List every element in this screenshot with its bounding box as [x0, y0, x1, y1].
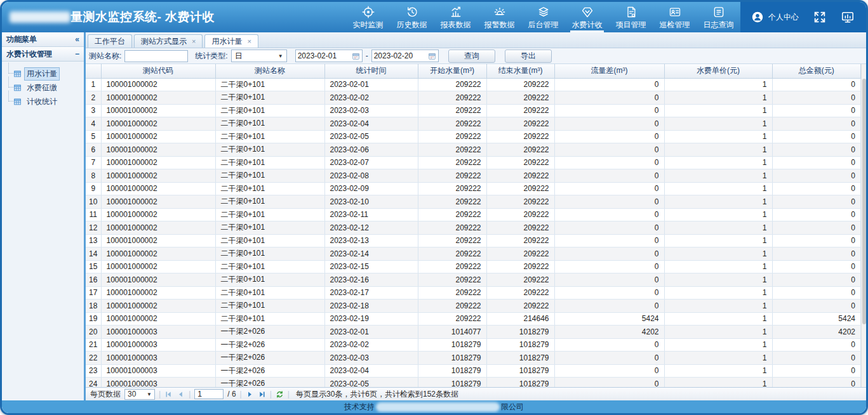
history-icon	[406, 6, 418, 18]
nav-item-project-doc[interactable]: 项目管理	[609, 2, 653, 32]
stat-type-select[interactable]: 日 ▼	[231, 49, 287, 62]
nav-item-id-card[interactable]: 巡检管理	[653, 2, 697, 32]
table-row[interactable]: 9100001000002二干渠0+1012023-02-09209222209…	[86, 182, 861, 195]
table-cell: 100001000003	[101, 352, 215, 365]
table-row[interactable]: 18100001000002二干渠0+1012023-02-1820922220…	[86, 300, 861, 313]
table-cell: 二干渠0+101	[215, 91, 324, 105]
table-row[interactable]: 22100001000003一干渠2+0262023-02-0310182791…	[86, 352, 861, 365]
table-row[interactable]: 24100001000003一干渠2+0262023-02-0510182791…	[86, 378, 861, 388]
sidebar-item-用水计量[interactable]: 用水计量	[4, 67, 82, 81]
nav-item-report-chart[interactable]: 报表数据	[434, 2, 477, 32]
table-cell: 214646	[486, 312, 554, 326]
refresh-icon[interactable]	[276, 390, 284, 399]
scrollbar-thumb[interactable]	[862, 79, 866, 324]
nav-item-layers[interactable]: 后台管理	[521, 2, 565, 32]
calendar-icon[interactable]	[428, 52, 436, 60]
content-row: 功能菜单 « 水费计收管理 − 用水计量水费征缴计收统计 工作平台测站方式显示×…	[2, 32, 866, 400]
nav-item-log-doc[interactable]: 日志查询	[697, 2, 740, 32]
table-row[interactable]: 7100001000002二干渠0+1012023-02-07209222209…	[86, 156, 861, 169]
table-row[interactable]: 4100001000002二干渠0+1012023-02-04209222209…	[86, 117, 861, 131]
tab-测站方式显示[interactable]: 测站方式显示×	[134, 34, 203, 48]
sidebar-section-header[interactable]: 水费计收管理 −	[2, 47, 84, 62]
table-cell: 0	[554, 364, 664, 378]
tab-用水计量[interactable]: 用水计量×	[204, 34, 258, 48]
table-cell: 0	[772, 234, 861, 247]
query-button[interactable]: 查询	[448, 49, 495, 63]
per-page-select[interactable]: 30 ▼	[124, 389, 155, 400]
table-cell: 0	[554, 91, 664, 105]
nav-item-alarm[interactable]: 报警数据	[477, 2, 521, 32]
column-header[interactable]: 结束水量(m³)	[486, 64, 554, 78]
table-cell: 100001000002	[101, 91, 215, 105]
table-row[interactable]: 20100001000003一干渠2+0262023-02-0110140771…	[86, 326, 861, 339]
station-name-input[interactable]	[124, 50, 188, 62]
close-icon[interactable]: ×	[192, 38, 196, 45]
column-header[interactable]: 水费单价(元)	[664, 64, 772, 78]
table-row[interactable]: 5100001000002二干渠0+1012023-02-05209222209…	[86, 130, 861, 143]
footer-bar: 技术支持 限公司	[2, 400, 866, 413]
table-row[interactable]: 12100001000002二干渠0+1012023-02-1220922220…	[86, 221, 861, 235]
vertical-scrollbar[interactable]	[861, 64, 866, 387]
export-button[interactable]: 导出	[505, 49, 552, 63]
target-icon	[362, 6, 375, 18]
nav-item-label: 报警数据	[484, 20, 515, 30]
table-row[interactable]: 16100001000002二干渠0+1012023-02-1620922220…	[86, 273, 861, 287]
close-icon[interactable]: ×	[247, 38, 251, 45]
calendar-icon[interactable]	[352, 52, 360, 60]
user-center-button[interactable]: 个人中心	[751, 10, 799, 24]
table-cell: 209222	[486, 286, 554, 300]
table-row[interactable]: 2100001000002二干渠0+1012023-02-02209222209…	[86, 91, 861, 105]
row-index-cell: 12	[86, 221, 101, 235]
table-cell: 209222	[486, 260, 554, 273]
fullscreen-icon[interactable]	[813, 10, 827, 24]
table-row[interactable]: 13100001000002二干渠0+1012023-02-1320922220…	[86, 234, 861, 247]
first-page-icon[interactable]	[164, 390, 173, 399]
table-row[interactable]: 6100001000002二干渠0+1012023-02-06209222209…	[86, 143, 861, 157]
table-cell: 0	[554, 143, 664, 157]
monitor-chart-icon[interactable]	[841, 10, 855, 24]
nav-item-diamond-check[interactable]: 水费计收	[565, 2, 609, 32]
table-cell: 209222	[486, 221, 554, 235]
table-row[interactable]: 3100001000002二干渠0+1012023-02-03209222209…	[86, 104, 861, 117]
table-cell: 0	[554, 182, 664, 195]
table-row[interactable]: 8100001000002二干渠0+1012023-02-08209222209…	[86, 169, 861, 183]
table-row[interactable]: 21100001000003一干渠2+0262023-02-0210182791…	[86, 338, 861, 352]
date-to-input[interactable]: 2023-02-20	[371, 49, 439, 62]
row-index-cell: 22	[86, 352, 101, 365]
date-to-value: 2023-02-20	[374, 51, 413, 60]
column-header[interactable]: 开始水量(m³)	[418, 64, 486, 78]
sidebar-item-水费征缴[interactable]: 水费征缴	[4, 81, 82, 95]
date-from-input[interactable]: 2023-02-01	[295, 49, 363, 62]
table-cell: 2023-02-05	[324, 130, 418, 143]
column-header[interactable]: 测站代码	[101, 64, 215, 78]
sidebar-collapse-icon[interactable]: «	[75, 35, 79, 44]
column-header[interactable]: 总金额(元)	[772, 64, 861, 78]
column-header[interactable]: 流量差(m³)	[554, 64, 664, 78]
row-index-cell: 18	[86, 300, 101, 313]
table-row[interactable]: 1100001000002二干渠0+1012023-02-01209222209…	[86, 78, 861, 91]
table-row[interactable]: 17100001000002二干渠0+1012023-02-1720922220…	[86, 286, 861, 300]
nav-item-target[interactable]: 实时监测	[346, 2, 390, 32]
column-header[interactable]: 统计时间	[324, 64, 418, 78]
column-header[interactable]: 测站名称	[215, 64, 324, 78]
table-row[interactable]: 10100001000002二干渠0+1012023-02-1020922220…	[86, 195, 861, 209]
sidebar-item-计收统计[interactable]: 计收统计	[4, 95, 82, 109]
last-page-icon[interactable]	[258, 390, 266, 399]
table-row[interactable]: 14100001000002二干渠0+1012023-02-1420922220…	[86, 247, 861, 261]
table-cell: 0	[554, 234, 664, 247]
nav-item-history[interactable]: 历史数据	[390, 2, 434, 32]
sidebar-item-label: 用水计量	[24, 67, 60, 81]
id-card-icon	[669, 6, 681, 18]
page-number-input[interactable]	[194, 389, 224, 399]
next-page-icon[interactable]	[246, 390, 254, 399]
tab-工作平台[interactable]: 工作平台	[88, 34, 132, 48]
prev-page-icon[interactable]	[177, 390, 185, 399]
table-cell: 209222	[486, 273, 554, 287]
table-cell: 2023-02-02	[324, 338, 418, 352]
table-row[interactable]: 23100001000003一干渠2+0262023-02-0410182791…	[86, 364, 861, 378]
table-cell: 209222	[418, 91, 486, 105]
collapse-minus-icon[interactable]: −	[75, 49, 79, 58]
table-row[interactable]: 11100001000002二干渠0+1012023-02-1120922220…	[86, 208, 861, 221]
table-row[interactable]: 19100001000002二干渠0+1012023-02-1920922221…	[86, 312, 861, 326]
table-row[interactable]: 15100001000002二干渠0+1012023-02-1520922220…	[86, 260, 861, 273]
